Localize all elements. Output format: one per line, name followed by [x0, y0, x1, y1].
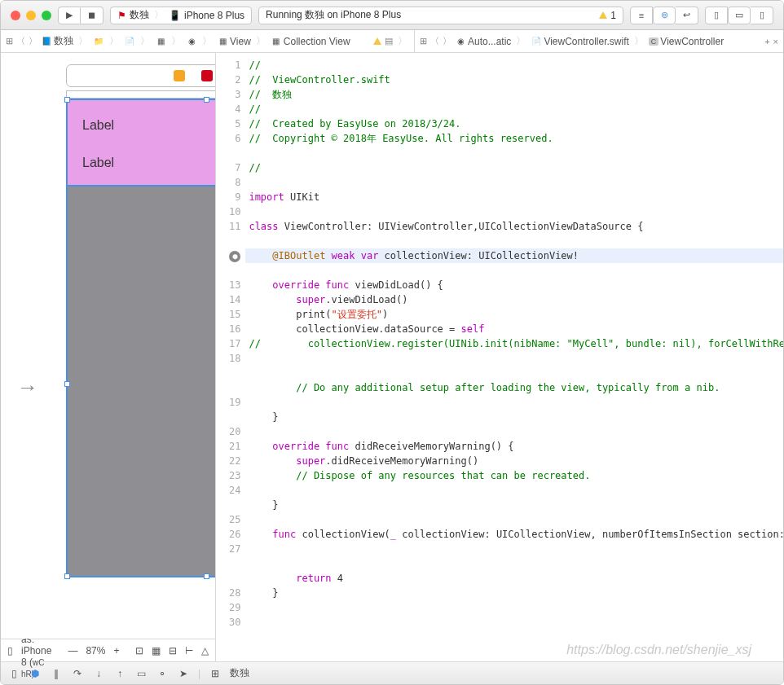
version-editor-button[interactable]: ↩ — [676, 7, 698, 24]
step-over-icon[interactable]: ↷ — [71, 668, 84, 679]
pause-icon[interactable]: ‖ — [50, 668, 63, 679]
related-items-icon[interactable]: ⊞ — [420, 36, 427, 46]
selection-handle[interactable] — [204, 97, 209, 103]
editor-mode-group: ≡ ⊚ ↩ — [630, 7, 698, 24]
initial-vc-arrow-icon: → — [17, 375, 38, 400]
collection-view-cell[interactable]: Label Label — [66, 99, 215, 187]
vc-icon: ◉ — [186, 36, 197, 47]
memory-graph-icon[interactable]: ⚬ — [156, 668, 169, 679]
breakpoint-toggle-icon[interactable]: ⬢ — [29, 668, 42, 679]
swift-file-icon: 📄 — [531, 36, 542, 47]
cell-label-2[interactable]: Label — [82, 156, 114, 170]
step-out-icon[interactable]: ↑ — [113, 668, 126, 679]
jumpbar-right[interactable]: ⊞ 〈 〉 ◉Auto...atic 〉 📄ViewController.swi… — [415, 30, 783, 52]
run-button[interactable]: ▶ — [58, 7, 81, 24]
scheme-selector[interactable]: ⚑ 数独 〉 📱 iPhone 8 Plus — [110, 7, 252, 24]
add-editor-icon[interactable]: + — [764, 37, 769, 46]
vc-dock-icon[interactable] — [174, 70, 185, 81]
canvas[interactable]: → Label Label — [1, 53, 215, 639]
content: → Label Label — [1, 53, 783, 661]
view-debug-icon[interactable]: ▭ — [134, 668, 148, 679]
folder-icon: 📁 — [93, 36, 104, 47]
view-controller-scene[interactable]: Label Label Collection — [66, 63, 215, 577]
location-icon[interactable]: ➤ — [177, 668, 190, 679]
forward-icon[interactable]: 〉 — [443, 35, 451, 47]
scheme-app: 数独 — [130, 8, 149, 22]
selection-handle[interactable] — [64, 573, 70, 579]
toggle-navigator-button[interactable]: ▯ — [705, 7, 728, 24]
zoom-out-button[interactable]: — — [68, 645, 77, 656]
forward-icon[interactable]: 〉 — [29, 35, 37, 47]
cell-label-1[interactable]: Label — [82, 118, 114, 133]
collection-view-icon: ▦ — [271, 36, 282, 47]
ib-footer: ▯ View as: iPhone 8 (wC hR) — 87% + ⊡ ▦ … — [1, 639, 215, 661]
storyboard-icon: 📄 — [124, 36, 135, 47]
run-stop-group: ▶ ◼ — [58, 7, 104, 24]
panel-toggle-group: ▯ ▭ ▯ — [705, 7, 773, 24]
outline-icon[interactable]: ▤ — [385, 36, 393, 46]
hide-debug-icon[interactable]: ▯ — [7, 668, 20, 679]
toggle-inspector-button[interactable]: ▯ — [751, 7, 773, 24]
update-frames-icon[interactable]: ⊡ — [135, 645, 143, 656]
toggle-outline-icon[interactable]: ▯ — [7, 645, 13, 656]
selection-handle[interactable] — [64, 97, 70, 103]
selection-handle[interactable] — [204, 573, 209, 579]
jumpbar-left[interactable]: ⊞ 〈 〉 📘数独 〉📁 〉📄 〉▦ 〉◉ 〉▦View 〉▦Collectio… — [1, 30, 415, 52]
warning-icon[interactable] — [373, 37, 381, 45]
window-controls — [11, 11, 51, 20]
step-into-icon[interactable]: ↓ — [92, 668, 105, 679]
scene-icon: ▦ — [155, 36, 166, 47]
resolve-icon[interactable]: △ — [201, 645, 209, 656]
related-items-icon[interactable]: ⊞ — [6, 36, 13, 46]
back-icon[interactable]: 〈 — [16, 35, 25, 47]
warning-badge[interactable]: 1 — [599, 10, 616, 21]
align-icon[interactable]: ⊟ — [169, 645, 177, 656]
debug-bar: ▯ ⬢ ‖ ↷ ↓ ↑ ▭ ⚬ ➤ | ⊞ 数独 — [1, 661, 783, 684]
gutter[interactable]: 1234567891011●13141516171819202122232425… — [216, 53, 245, 661]
outlet-connection-icon[interactable]: ● — [229, 251, 240, 262]
back-icon[interactable]: 〈 — [430, 35, 439, 47]
close-editor-icon[interactable]: × — [773, 37, 778, 46]
titlebar: ▶ ◼ ⚑ 数独 〉 📱 iPhone 8 Plus Running 数独 on… — [1, 1, 783, 30]
process-name[interactable]: 数独 — [230, 666, 249, 680]
project-icon: 📘 — [41, 36, 52, 47]
first-responder-icon[interactable] — [201, 70, 213, 81]
code-editor-panel: 1234567891011●13141516171819202122232425… — [216, 53, 784, 661]
selection-handle[interactable] — [64, 381, 70, 387]
maximize-icon[interactable] — [42, 11, 51, 20]
jumpbar: ⊞ 〈 〉 📘数独 〉📁 〉📄 〉▦ 〉◉ 〉▦View 〉▦Collectio… — [1, 30, 783, 53]
close-icon[interactable] — [11, 11, 20, 20]
class-icon: C — [649, 37, 659, 46]
scheme-device: iPhone 8 Plus — [184, 10, 244, 21]
zoom-level[interactable]: 87% — [86, 645, 105, 656]
assistant-editor-button[interactable]: ⊚ — [653, 7, 676, 24]
toggle-debug-button[interactable]: ▭ — [728, 7, 751, 24]
standard-editor-button[interactable]: ≡ — [630, 7, 653, 24]
process-icon: ⊞ — [209, 668, 222, 679]
status-bar-placeholder — [66, 90, 215, 99]
embed-icon[interactable]: ▦ — [152, 645, 161, 656]
status-text: Running 数独 on iPhone 8 Plus — [266, 8, 401, 22]
minimize-icon[interactable] — [26, 11, 36, 20]
warning-icon — [599, 11, 607, 19]
scene-dock[interactable] — [66, 64, 215, 87]
view-icon: ▦ — [217, 36, 228, 47]
interface-builder-panel: → Label Label — [1, 53, 216, 661]
pin-icon[interactable]: ⊢ — [185, 645, 193, 656]
code-editor[interactable]: // // ViewController.swift // 数独 // // C… — [245, 53, 784, 661]
stop-button[interactable]: ◼ — [81, 7, 104, 24]
collection-view[interactable]: Collection — [66, 187, 215, 577]
zoom-in-button[interactable]: + — [113, 645, 119, 656]
automatic-icon: ◉ — [455, 36, 466, 47]
activity-status: Running 数独 on iPhone 8 Plus 1 — [258, 7, 623, 24]
